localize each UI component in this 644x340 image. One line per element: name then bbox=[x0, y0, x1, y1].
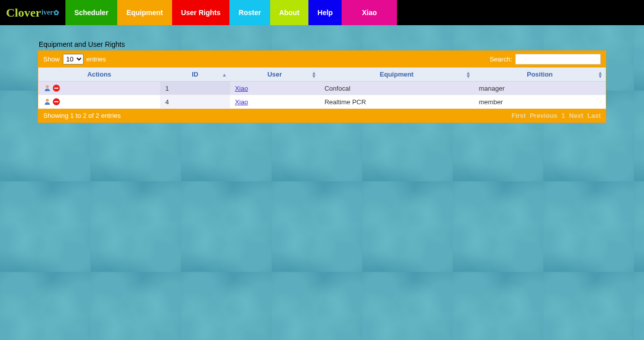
logo-sub: iver bbox=[41, 9, 53, 17]
svg-point-3 bbox=[46, 99, 49, 102]
cell-equipment: Confocal bbox=[319, 82, 474, 95]
cell-id: 1 bbox=[160, 82, 229, 95]
cell-position: manager bbox=[474, 82, 606, 95]
sort-both-icon: ▲▼ bbox=[311, 71, 316, 78]
user-link[interactable]: Xiao bbox=[235, 98, 248, 106]
logo-main: Clover bbox=[6, 6, 41, 20]
search-label: Search: bbox=[490, 55, 512, 63]
col-id[interactable]: ID▲ bbox=[160, 67, 229, 82]
table-info: Showing 1 to 2 of 2 entries bbox=[43, 112, 121, 119]
sort-both-icon: ▲▼ bbox=[598, 71, 603, 78]
col-actions: Actions bbox=[38, 67, 160, 82]
col-user[interactable]: User▲▼ bbox=[230, 67, 319, 82]
show-entries-control: Show 10 entries bbox=[43, 54, 106, 64]
nav-current-user[interactable]: Xiao bbox=[342, 0, 397, 25]
length-select[interactable]: 10 bbox=[63, 54, 84, 64]
nav-scheduler[interactable]: Scheduler bbox=[65, 0, 118, 25]
nav-roster[interactable]: Roster bbox=[229, 0, 270, 25]
show-label: Show bbox=[43, 55, 60, 63]
nav-help[interactable]: Help bbox=[308, 0, 342, 25]
nav-equipment[interactable]: Equipment bbox=[117, 0, 172, 25]
pagination: First Previous 1 Next Last bbox=[512, 112, 601, 119]
sort-asc-icon: ▲ bbox=[222, 73, 227, 76]
page-previous[interactable]: Previous bbox=[530, 112, 557, 119]
svg-rect-2 bbox=[54, 88, 58, 89]
search-input[interactable] bbox=[515, 54, 601, 64]
nav-user-rights[interactable]: User Rights bbox=[172, 0, 230, 25]
page-title: Equipment and User Rights bbox=[38, 40, 606, 48]
page-next[interactable]: Next bbox=[569, 112, 583, 119]
table-row: 1 Xiao Confocal manager bbox=[38, 82, 606, 95]
navbar: Cloveriver✿ Scheduler Equipment User Rig… bbox=[0, 0, 644, 25]
delete-icon[interactable] bbox=[52, 98, 60, 106]
content: Equipment and User Rights Show 10 entrie… bbox=[33, 40, 611, 123]
svg-rect-5 bbox=[54, 101, 58, 102]
table-row: 4 Xiao Realtime PCR member bbox=[38, 95, 606, 109]
logo[interactable]: Cloveriver✿ bbox=[0, 0, 65, 25]
svg-point-0 bbox=[46, 85, 49, 88]
col-equipment[interactable]: Equipment▲▼ bbox=[319, 67, 474, 82]
data-table: Actions ID▲ User▲▼ Equipment▲▼ Position▲… bbox=[38, 67, 606, 109]
sort-both-icon: ▲▼ bbox=[466, 71, 471, 78]
table-wrapper: Show 10 entries Search: Actions ID▲ User… bbox=[38, 50, 606, 123]
edit-user-icon[interactable] bbox=[43, 84, 51, 92]
edit-user-icon[interactable] bbox=[43, 98, 51, 106]
delete-icon[interactable] bbox=[52, 84, 60, 92]
col-position[interactable]: Position▲▼ bbox=[474, 67, 606, 82]
table-footer-bar: Showing 1 to 2 of 2 entries First Previo… bbox=[38, 109, 606, 122]
cell-id: 4 bbox=[160, 95, 229, 109]
cell-equipment: Realtime PCR bbox=[319, 95, 474, 109]
user-link[interactable]: Xiao bbox=[235, 85, 248, 92]
nav-about[interactable]: About bbox=[270, 0, 308, 25]
page-number[interactable]: 1 bbox=[561, 112, 565, 119]
page-first[interactable]: First bbox=[512, 112, 526, 119]
clover-icon: ✿ bbox=[53, 9, 59, 17]
cell-position: member bbox=[474, 95, 606, 109]
entries-label: entries bbox=[87, 55, 106, 63]
page-last[interactable]: Last bbox=[587, 112, 601, 119]
table-header-bar: Show 10 entries Search: bbox=[38, 51, 606, 67]
search-box: Search: bbox=[490, 54, 601, 64]
